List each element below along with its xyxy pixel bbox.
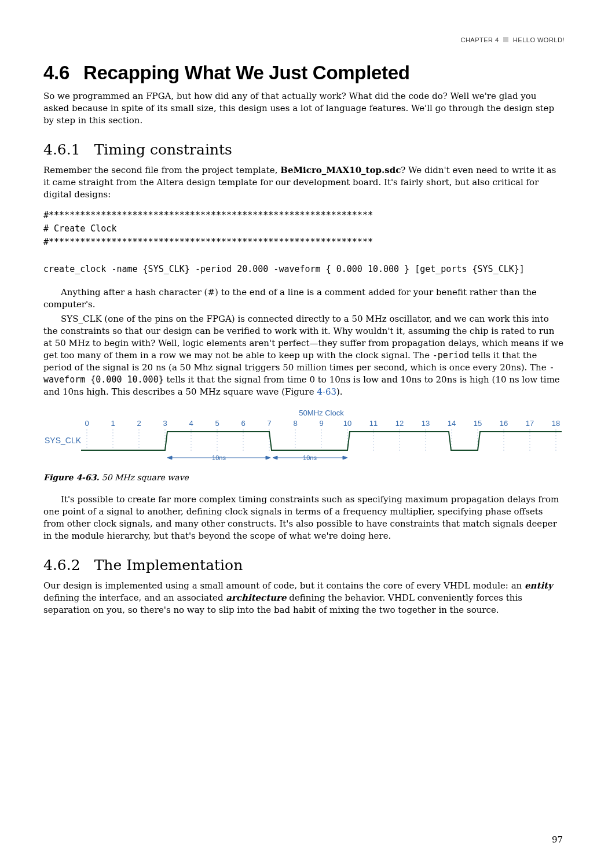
section-title: Recapping What We Just Completed (83, 62, 410, 83)
chart-title: 50MHz Clock (299, 409, 344, 417)
body-paragraph: Anything after a hash character (#) to t… (43, 286, 565, 311)
tick-label: 6 (241, 419, 245, 428)
body-paragraph: SYS_CLK (one of the pins on the FPGA) is… (43, 313, 565, 398)
separator-box-icon (503, 37, 508, 42)
body-text: Remember the second file from the projec… (43, 165, 280, 175)
tick-label: 17 (526, 419, 534, 428)
tick-label: 18 (552, 419, 560, 428)
tick-label: 5 (215, 419, 219, 428)
tick-label: 16 (500, 419, 508, 428)
body-text: ). (336, 387, 343, 397)
tick-label: 15 (474, 419, 482, 428)
emphasized-term: architecture (226, 593, 286, 603)
intro-paragraph: So we programmed an FPGA, but how did an… (43, 90, 565, 127)
body-paragraph: Our design is implemented using a small … (43, 580, 565, 616)
timing-diagram-svg: 50MHz Clock 0 1 2 3 4 5 6 7 8 9 10 11 12… (43, 409, 565, 466)
figure-caption-text: 50 MHz square wave (102, 473, 189, 482)
body-text: defining the interface, and an associate… (43, 593, 226, 603)
tick-label: 9 (319, 419, 323, 428)
running-head-chapter: CHAPTER 4 (460, 36, 499, 43)
tick-label: 0 (85, 419, 89, 428)
subsection-heading: 4.6.1Timing constraints (43, 139, 565, 160)
tick-label: 11 (369, 419, 378, 428)
tick-label: 10 (343, 419, 351, 428)
body-paragraph: Remember the second file from the projec… (43, 164, 565, 201)
svg-marker-23 (273, 456, 277, 459)
tick-label: 13 (422, 419, 430, 428)
tick-label: 1 (111, 419, 115, 428)
svg-marker-24 (343, 456, 347, 459)
emphasized-term: entity (525, 580, 553, 591)
dimension-label: 10ns (212, 454, 226, 461)
svg-marker-21 (266, 456, 270, 459)
body-paragraph: It's possible to create far more complex… (43, 494, 565, 542)
section-number: 4.6 (43, 62, 69, 83)
tick-label: 8 (293, 419, 297, 428)
figure-reference-link[interactable]: 4-63 (317, 387, 336, 397)
page-number: 97 (552, 834, 563, 846)
figure-caption: Figure 4-63. 50 MHz square wave (43, 472, 565, 484)
subsection-title: The Implementation (94, 557, 243, 573)
body-text: Our design is implemented using a small … (43, 580, 525, 591)
subsection-title: Timing constraints (94, 141, 232, 158)
tick-label: 4 (189, 419, 193, 428)
figure-timing-diagram: 50MHz Clock 0 1 2 3 4 5 6 7 8 9 10 11 12… (43, 409, 565, 466)
dimension-label: 10ns (303, 454, 317, 461)
tick-label: 12 (395, 419, 404, 428)
figure-caption-label: Figure 4-63. (43, 473, 99, 482)
subsection-heading: 4.6.2The Implementation (43, 555, 565, 575)
filename: BeMicro_MAX10_top.sdc (280, 165, 401, 175)
section-heading: 4.6Recapping What We Just Completed (43, 60, 565, 86)
tick-label: 7 (267, 419, 271, 428)
subsection-number: 4.6.1 (43, 141, 80, 158)
running-head-title: HELLO WORLD! (513, 36, 565, 43)
tick-label: 3 (163, 419, 167, 428)
svg-marker-20 (167, 456, 172, 459)
tick-label: 14 (448, 419, 456, 428)
inline-code: -period (433, 350, 469, 361)
code-block: #***************************************… (43, 209, 565, 276)
signal-label: SYS_CLK (45, 436, 82, 445)
tick-label: 2 (137, 419, 141, 428)
subsection-number: 4.6.2 (43, 557, 80, 573)
running-head: CHAPTER 4 HELLO WORLD! (43, 36, 565, 45)
